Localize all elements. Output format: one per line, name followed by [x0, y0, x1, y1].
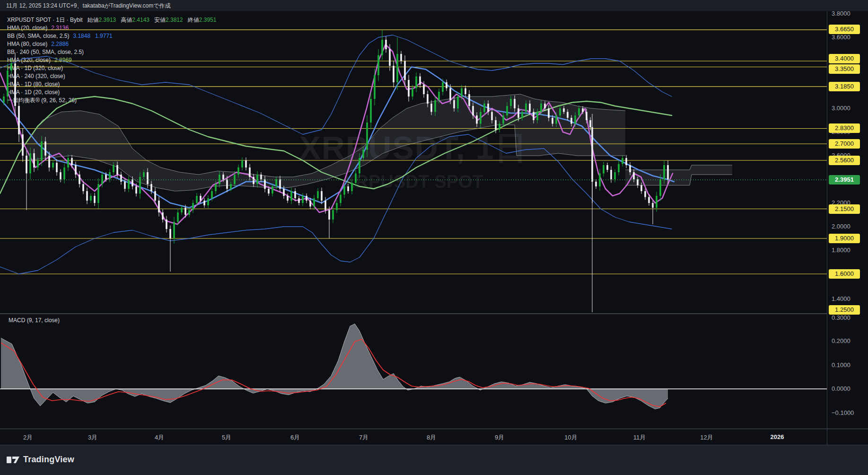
candle-body — [60, 172, 61, 179]
candle-body — [219, 175, 220, 184]
candle-body — [97, 184, 99, 203]
candle-body — [442, 82, 444, 92]
candle-body — [283, 189, 285, 196]
creation-text: 11月 12, 2025 13:24 UTC+9、takatabaがTradin… — [6, 2, 171, 9]
axis-corner-divider — [827, 429, 827, 445]
candle-body — [521, 112, 523, 118]
ichimoku-cloud — [26, 94, 625, 191]
candle-body — [105, 175, 107, 179]
candle-body — [249, 167, 251, 177]
price-axis[interactable]: 3.80003.60003.00002.80002.60002.20002.00… — [827, 11, 868, 429]
candle-body — [253, 177, 254, 184]
candle-body — [226, 179, 228, 189]
candle-body — [150, 184, 152, 191]
candle-body — [408, 80, 410, 97]
price-pane[interactable] — [0, 30, 827, 316]
candle-body — [63, 167, 65, 179]
candle-body — [495, 120, 497, 130]
time-label-year: 2026 — [771, 433, 784, 440]
candle-body — [56, 163, 58, 172]
price-alert-label: 3.6650 — [829, 25, 860, 34]
candle-body — [552, 118, 553, 124]
candle-body — [385, 40, 387, 49]
candle-body — [449, 88, 451, 100]
candle-body — [113, 165, 114, 172]
candle-body — [540, 104, 542, 112]
chart-canvas[interactable] — [0, 11, 827, 429]
candle-body — [207, 198, 209, 205]
tradingview-chart-page: 11月 12, 2025 13:24 UTC+9、takatabaがTradin… — [0, 0, 868, 475]
candle-body — [536, 112, 538, 121]
candle-body — [434, 100, 436, 112]
macd-legend[interactable]: MACD (9, 17, close) — [9, 317, 60, 324]
candle-body — [625, 158, 627, 165]
candle-body — [268, 189, 270, 194]
candle-body — [663, 165, 665, 179]
macd-area-outline — [1, 324, 668, 409]
candle-body — [116, 165, 118, 175]
candle-body — [26, 156, 27, 174]
candle-body — [294, 191, 296, 198]
candle-body — [419, 77, 421, 85]
candle-body — [347, 186, 349, 191]
candle-body — [241, 160, 243, 167]
candle-body — [656, 196, 658, 208]
candle-body — [275, 179, 277, 186]
candle-body — [404, 61, 406, 80]
candle-body — [90, 196, 92, 201]
candle-body — [499, 124, 500, 130]
candle-body — [162, 212, 164, 220]
candle-body — [154, 191, 156, 201]
candle-body — [461, 88, 463, 97]
candle-body — [491, 112, 493, 121]
time-label-month: 2月 — [23, 433, 33, 442]
time-axis[interactable]: 2月3月4月5月6月7月8月9月10月11月12月2026 — [0, 429, 868, 445]
candle-body — [139, 177, 141, 194]
price-alert-label: 3.1850 — [829, 82, 860, 91]
price-alert-label: 2.7000 — [829, 139, 860, 149]
candle-body — [529, 104, 531, 112]
candle-body — [423, 85, 425, 94]
time-label-month: 11月 — [633, 433, 646, 442]
creation-header: 11月 12, 2025 13:24 UTC+9、takatabaがTradin… — [0, 0, 868, 11]
candle-body — [52, 163, 54, 167]
candle-body — [582, 108, 584, 112]
candle-body — [203, 201, 205, 205]
candle-body — [184, 208, 186, 215]
candle-body — [132, 179, 133, 186]
candle-body — [332, 210, 334, 220]
candle-body — [22, 134, 24, 156]
price-tick: 2.0000 — [832, 223, 850, 230]
macd-tick: 0.3000 — [832, 314, 850, 321]
candle-body — [143, 172, 145, 177]
price-alert-label: 3.4000 — [829, 54, 860, 63]
candle-body — [377, 55, 379, 76]
candle-body — [563, 108, 565, 112]
tradingview-logo[interactable]: TradingView — [7, 455, 74, 465]
candle-body — [79, 175, 80, 184]
candle-body — [586, 112, 587, 121]
candle-body — [94, 196, 96, 203]
candle-body — [362, 150, 364, 158]
price-alert-label: 1.2500 — [829, 305, 860, 315]
price-tick: 1.8000 — [832, 246, 850, 254]
candle-body — [506, 106, 508, 115]
candle-body — [648, 197, 650, 203]
candle-body — [629, 165, 631, 172]
macd-pane[interactable] — [0, 324, 827, 409]
candle-body — [640, 185, 642, 192]
candle-body — [86, 191, 88, 201]
candle-body — [446, 82, 447, 88]
candle-body — [603, 165, 605, 174]
candle-body — [44, 141, 46, 156]
time-label-month: 8月 — [427, 433, 436, 442]
candle-body — [211, 191, 213, 198]
candle-body — [234, 175, 236, 184]
candle-body — [457, 97, 459, 108]
candle-body — [279, 179, 281, 189]
candle-body — [200, 196, 202, 201]
time-label-month: 9月 — [495, 433, 504, 442]
candle-body — [652, 203, 654, 208]
macd-tick: 0.0000 — [832, 385, 850, 392]
candle-body — [82, 184, 84, 191]
